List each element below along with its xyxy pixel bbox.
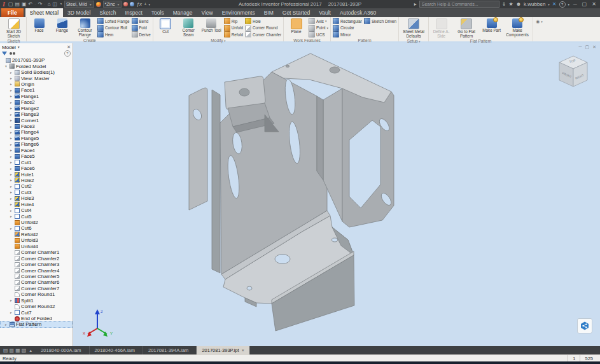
- appearance-adjust-icon[interactable]: [123, 2, 128, 6]
- tree-item[interactable]: ▸ Face4: [0, 148, 73, 153]
- tree-expander-icon[interactable]: ▸: [5, 323, 10, 326]
- arrange-horizontal-icon[interactable]: ▦: [15, 347, 20, 353]
- graphics-viewport[interactable]: TOP FRONT RIGHT X Y Z: [73, 43, 600, 346]
- hole-button[interactable]: Hole: [245, 18, 281, 25]
- home-view-icon[interactable]: [48, 1, 51, 7]
- tree-item[interactable]: Corner Chamfer2: [0, 255, 73, 261]
- ribbon-tab[interactable]: File: [1, 8, 24, 17]
- help-menu-chevron-icon[interactable]: [568, 1, 570, 8]
- window-close-button[interactable]: [590, 1, 597, 7]
- make-components-button[interactable]: Make Components: [504, 18, 531, 38]
- refold-button[interactable]: Refold: [224, 31, 243, 38]
- corner-round-button[interactable]: Corner Round: [245, 25, 281, 32]
- browser-title-chevron-icon[interactable]: ▼: [17, 45, 20, 49]
- new-file-icon[interactable]: [8, 1, 13, 7]
- tree-expander-icon[interactable]: ▸: [10, 311, 15, 314]
- tree-item[interactable]: ▸ Flange6: [0, 141, 73, 147]
- tree-item[interactable]: ▸ Flange5: [0, 136, 73, 141]
- browser-close-icon[interactable]: ✕: [67, 45, 71, 50]
- tree-expander-icon[interactable]: ▸: [10, 148, 15, 152]
- tree-item[interactable]: 2017081-393P: [0, 57, 73, 63]
- rip-button[interactable]: Rip: [224, 18, 243, 25]
- tree-item[interactable]: ▸ Corner1: [0, 117, 73, 123]
- tree-item[interactable]: ▸ Flange4: [0, 129, 73, 135]
- window-minimize-button[interactable]: [572, 1, 578, 7]
- tree-item[interactable]: ▸ Face2: [0, 99, 73, 105]
- signed-in-user[interactable]: k.wubben: [524, 1, 545, 7]
- downloads-icon[interactable]: [502, 1, 506, 7]
- ribbon-tab[interactable]: Vault: [314, 8, 335, 17]
- ribbon-options-icon[interactable]: ◉: [536, 19, 540, 24]
- tree-item[interactable]: ▸ Cut3: [0, 190, 73, 195]
- tree-expander-icon[interactable]: ▸: [10, 94, 15, 98]
- browser-find-icon[interactable]: [10, 52, 12, 55]
- search-expand-icon[interactable]: [414, 1, 417, 7]
- tree-item[interactable]: Refold2: [0, 232, 73, 237]
- viewcube[interactable]: TOP FRONT RIGHT: [554, 52, 592, 90]
- document-tab[interactable]: 2018040-466A.iam: [90, 346, 143, 354]
- tree-expander-icon[interactable]: ▸: [10, 155, 15, 158]
- doc-close-button[interactable]: [592, 45, 596, 50]
- tree-item[interactable]: ▸ Hole3: [0, 195, 73, 201]
- open-file-icon[interactable]: [15, 1, 20, 7]
- sheet-metal-defaults-button[interactable]: Sheet Metal Defaults: [401, 18, 426, 39]
- tree-expander-icon[interactable]: ▸: [10, 125, 15, 129]
- tree-item[interactable]: ▸ Split1: [0, 298, 73, 304]
- tree-item[interactable]: ▸ Cut6: [0, 225, 73, 231]
- derive-button[interactable]: Derive: [132, 31, 151, 38]
- browser-filter-icon[interactable]: [2, 52, 7, 55]
- undo-icon[interactable]: [29, 1, 33, 7]
- arrange-tile-icon[interactable]: ▥: [10, 347, 15, 353]
- define-a-side-button[interactable]: Define A-Side: [431, 18, 452, 39]
- tree-expander-icon[interactable]: ▾: [5, 64, 10, 68]
- parameters-icon[interactable]: [136, 1, 141, 7]
- tree-item[interactable]: ▸ Face3: [0, 123, 73, 129]
- tree-item[interactable]: ▸ Face6: [0, 165, 73, 171]
- arrange-cascade-icon[interactable]: ▤: [3, 347, 8, 353]
- mirror-button[interactable]: Mirror: [333, 31, 362, 38]
- hem-button[interactable]: Hem: [97, 31, 130, 38]
- tree-item[interactable]: Corner Chamfer4: [0, 267, 73, 273]
- tree-item[interactable]: ▸ Flange1: [0, 94, 73, 99]
- tree-expander-icon[interactable]: ▸: [10, 118, 15, 122]
- lofted-flange-button[interactable]: Lofted Flange: [97, 18, 130, 25]
- corner-chamfer-button[interactable]: Corner Chamfer: [245, 31, 281, 38]
- tree-item[interactable]: ▸ Hole2: [0, 178, 73, 183]
- qat-customize-icon[interactable]: [149, 1, 151, 8]
- tree-item[interactable]: ▸ Face5: [0, 153, 73, 159]
- ribbon-tab[interactable]: Get Started: [278, 8, 314, 17]
- render-icon[interactable]: [59, 1, 62, 7]
- tree-item[interactable]: ▸ Flange2: [0, 106, 73, 111]
- save-icon[interactable]: [22, 1, 27, 7]
- a360-status-icon[interactable]: ✕: [552, 1, 557, 7]
- tree-expander-icon[interactable]: ▸: [10, 113, 15, 116]
- sketch-driven-pattern-button[interactable]: Sketch Driven: [364, 18, 396, 25]
- tree-item[interactable]: ▸ Hole4: [0, 202, 73, 207]
- tree-expander-icon[interactable]: ▸: [10, 160, 15, 164]
- face-button[interactable]: Face: [29, 18, 50, 33]
- tree-item[interactable]: ▸ Cut5: [0, 213, 73, 219]
- tree-expander-icon[interactable]: ▸: [10, 76, 15, 80]
- ribbon-tab[interactable]: View: [197, 8, 217, 17]
- drawing-view-icon[interactable]: [53, 1, 58, 7]
- tab-bar-collapse-icon[interactable]: ▲: [29, 349, 32, 353]
- ribbon-tab[interactable]: Autodesk A360: [335, 8, 380, 17]
- tree-item[interactable]: ▾ Folded Model: [0, 63, 73, 69]
- ribbon-tab[interactable]: Environments: [218, 8, 260, 17]
- ribbon-tab[interactable]: Sheet Metal: [25, 8, 63, 17]
- ribbon-tab[interactable]: BIM: [260, 8, 278, 17]
- tree-item[interactable]: ▸ Cut4: [0, 207, 73, 213]
- tree-item[interactable]: Unfold2: [0, 220, 73, 225]
- user-avatar-icon[interactable]: [516, 1, 521, 7]
- tree-expander-icon[interactable]: ▸: [10, 130, 15, 134]
- rectangular-pattern-button[interactable]: Rectangular: [333, 18, 362, 25]
- tree-expander-icon[interactable]: ▸: [10, 167, 15, 171]
- tree-item[interactable]: ▸ Solid Bodies(1): [0, 69, 73, 75]
- tree-item[interactable]: Corner Chamfer7: [0, 286, 73, 291]
- tree-expander-icon[interactable]: ▸: [10, 209, 15, 213]
- tree-expander-icon[interactable]: ▸: [10, 227, 15, 230]
- corner-seam-button[interactable]: Corner Seam: [178, 18, 199, 38]
- ribbon-tab[interactable]: Sketch: [95, 8, 120, 17]
- ribbon-tab[interactable]: Manage: [169, 8, 197, 17]
- tree-expander-icon[interactable]: ▸: [10, 88, 15, 92]
